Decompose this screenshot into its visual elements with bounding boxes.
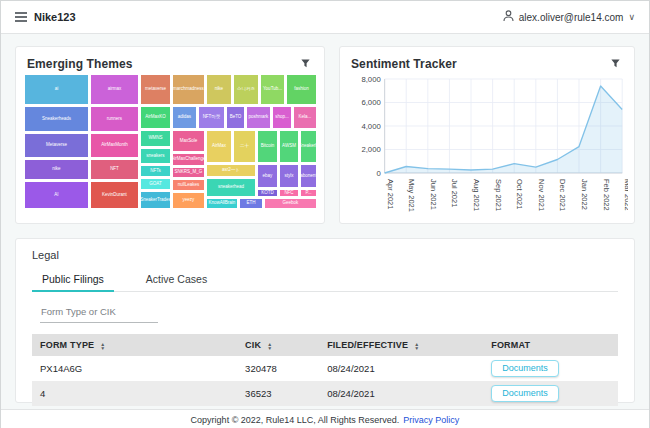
user-email: alex.oliver@rule14.com xyxy=(519,12,624,23)
treemap-tile[interactable]: Kela... xyxy=(293,106,317,129)
col-form-type[interactable]: FORM TYPE▲▼ xyxy=(32,334,237,356)
treemap-tile[interactable]: runners xyxy=(90,106,139,132)
y-tick-label: 6,000 xyxy=(361,98,381,107)
x-tick-label: Apr 2021 xyxy=(386,179,395,209)
treemap-tile[interactable]: sneakerhead xyxy=(206,178,256,197)
app-window: Nike123 alex.oliver@rule14.com ∨ Emergin… xyxy=(0,0,650,428)
treemap-tile[interactable]: AirMaxMonth xyxy=(90,133,139,158)
x-tick-label: Dec 2021 xyxy=(558,179,567,211)
treemap-tile[interactable]: Geebok xyxy=(264,198,317,209)
x-tick-label: Aug 2021 xyxy=(472,179,481,211)
treemap-tile[interactable]: MaxSole xyxy=(172,130,205,152)
treemap-tile[interactable]: shop... xyxy=(272,106,292,129)
top-bar: Nike123 alex.oliver@rule14.com ∨ xyxy=(1,1,649,34)
treemap-tile[interactable]: BeTO xyxy=(226,106,245,129)
legal-tabs: Public Filings Active Cases xyxy=(32,269,618,292)
treemap-tile[interactable]: NFT마켓 xyxy=(198,106,225,129)
tab-active-cases[interactable]: Active Cases xyxy=(144,269,209,291)
treemap-tile[interactable]: AirMax xyxy=(206,130,232,163)
treemap-tile[interactable]: SNKRS_M_G xyxy=(172,167,205,178)
treemap-tile[interactable]: Metaverse xyxy=(24,133,89,158)
treemap-tile[interactable]: KnowAllBrain xyxy=(206,198,238,209)
treemap-tile[interactable]: stylx xyxy=(279,164,299,188)
x-tick-label: Mar 2022 xyxy=(623,179,628,211)
treemap-tile[interactable]: AirMaxChallenge xyxy=(172,153,205,166)
treemap-tile[interactable]: Bitcoin xyxy=(257,130,278,163)
treemap-tile[interactable]: nullLeakes xyxy=(172,179,205,191)
treemap-tile[interactable]: WMNS xyxy=(140,130,171,147)
treemap-tile[interactable]: marchmadness xyxy=(172,74,205,105)
user-menu[interactable]: alex.oliver@rule14.com ∨ xyxy=(503,8,635,26)
y-tick-label: 2,000 xyxy=(361,145,381,154)
y-tick-label: 4,000 xyxy=(361,121,381,130)
form-type-cik-input[interactable] xyxy=(40,303,158,323)
treemap-tile[interactable]: 스니커즈 xyxy=(233,74,259,105)
col-cik[interactable]: CIK▲▼ xyxy=(237,334,319,356)
filed-effective-cell: 08/24/2021 xyxy=(319,381,483,406)
treemap-tile[interactable]: AirMaxKO xyxy=(140,106,171,129)
y-tick-label: 8,000 xyxy=(361,74,381,83)
y-tick-label: 0 xyxy=(376,168,381,177)
treemap-tile[interactable]: YouTub... xyxy=(260,74,285,105)
filed-effective-cell: 08/24/2021 xyxy=(319,356,483,381)
table-header-row: FORM TYPE▲▼ CIK▲▼ FILED/EFFECTIVE▲▼ FORM… xyxy=(32,334,618,356)
treemap-tile[interactable]: Sneakerheads xyxy=(24,106,89,132)
format-cell: Documents xyxy=(483,381,618,406)
copyright-text: Copyright © 2022, Rule14 LLC, All Rights… xyxy=(191,415,400,425)
col-filed-effective[interactable]: FILED/EFFECTIVE▲▼ xyxy=(319,334,483,356)
chevron-down-icon: ∨ xyxy=(628,13,635,22)
format-cell: Documents xyxy=(483,356,618,381)
filter-icon[interactable] xyxy=(608,56,623,71)
treemap-tile[interactable]: nike xyxy=(206,74,232,105)
treemap-tile[interactable]: poshmark xyxy=(246,106,271,129)
hamburger-menu-icon[interactable] xyxy=(15,12,27,22)
treemap-tile[interactable]: yeezy xyxy=(172,192,205,209)
table-row: 43652308/24/2021Documents xyxy=(32,381,618,406)
x-tick-label: Nov 2021 xyxy=(537,179,546,211)
documents-button[interactable]: Documents xyxy=(491,385,559,402)
treemap-tile[interactable]: ebay xyxy=(257,164,278,188)
treemap-tile[interactable]: KOTD xyxy=(257,189,278,197)
treemap-tile[interactable]: nike xyxy=(24,159,89,180)
treemap-tile[interactable]: KevinDurant xyxy=(90,181,139,209)
main-content: Emerging Themes aiSneakerheadsMetaversen… xyxy=(1,34,649,409)
sentiment-line-chart: 02,0004,0006,0008,000Apr 2021May 2021Jun… xyxy=(346,73,628,221)
documents-button[interactable]: Documents xyxy=(491,360,559,377)
treemap-tile[interactable]: abonent xyxy=(300,164,317,188)
sentiment-tracker-title: Sentiment Tracker xyxy=(351,57,457,71)
treemap-tile[interactable]: Sneakerly xyxy=(300,130,317,163)
privacy-policy-link[interactable]: Privacy Policy xyxy=(403,415,459,425)
user-icon xyxy=(503,8,514,26)
sentiment-tracker-panel: Sentiment Tracker 02,0004,0006,0008,000A… xyxy=(339,46,635,224)
treemap-tile[interactable]: AI xyxy=(24,181,89,209)
treemap-tile[interactable]: NFT xyxy=(90,159,139,180)
treemap-tile[interactable]: ai xyxy=(24,74,89,105)
treemap-tile[interactable]: asr2—ト xyxy=(206,164,256,177)
treemap-tile[interactable]: P... xyxy=(300,189,317,197)
treemap-tile[interactable]: metaverse xyxy=(140,74,171,105)
treemap-tile[interactable]: NFTs xyxy=(140,165,171,177)
filter-icon[interactable] xyxy=(298,56,313,71)
treemap-tile[interactable]: NFC xyxy=(279,189,299,197)
table-row: PX14A6G32047808/24/2021Documents xyxy=(32,356,618,381)
cik-cell: 36523 xyxy=(237,381,319,406)
x-tick-label: Jul 2021 xyxy=(450,179,459,207)
treemap-tile[interactable]: sneakers xyxy=(140,148,171,164)
sort-icon: ▲▼ xyxy=(267,342,272,350)
x-tick-label: Jan 2022 xyxy=(580,179,589,210)
treemap-tile[interactable]: AWSM xyxy=(279,130,299,163)
treemap-tile[interactable]: GOAT xyxy=(140,178,171,190)
x-tick-label: Feb 2022 xyxy=(602,179,611,211)
treemap-tile[interactable]: ETH xyxy=(239,198,263,209)
tab-public-filings[interactable]: Public Filings xyxy=(40,269,106,291)
sort-icon: ▲▼ xyxy=(100,342,105,350)
themes-treemap: aiSneakerheadsMetaversenikeAIairmaxrunne… xyxy=(24,74,318,209)
treemap-tile[interactable]: SneakerTrades xyxy=(140,191,171,209)
treemap-tile[interactable]: 二十 xyxy=(233,130,256,163)
emerging-themes-title: Emerging Themes xyxy=(27,57,133,71)
treemap-tile[interactable]: fashion xyxy=(286,74,317,105)
treemap-tile[interactable]: adidas xyxy=(172,106,197,129)
treemap-tile[interactable]: airmax xyxy=(90,74,139,105)
brand-title: Nike123 xyxy=(34,11,76,23)
x-tick-label: Oct 2021 xyxy=(515,179,524,209)
